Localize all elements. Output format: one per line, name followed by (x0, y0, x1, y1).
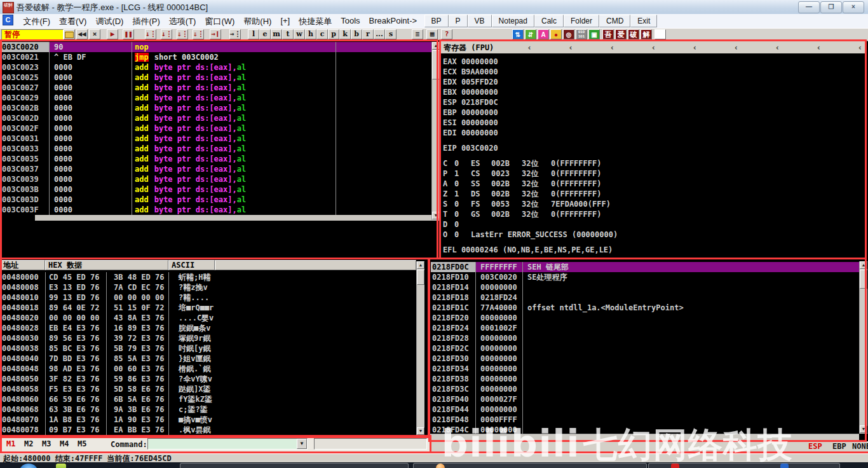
menu-item-breakpoint[interactable]: BreakPoint-> (365, 14, 422, 28)
memory-window-icon[interactable]: ▣ (588, 29, 600, 39)
disasm-row[interactable]: 003C002090nop (0, 42, 432, 52)
stack-row[interactable]: 0218FD1C77A40000offset ntdll_1a.<ModuleE… (431, 303, 859, 313)
animate-into-icon[interactable]: ⇓⋮ (177, 29, 188, 39)
dump-row[interactable]: 0048003885 BC E3 765B 79 E3 76吋鈱[y鈱 (0, 343, 416, 354)
stack-scrollbar[interactable]: ▲ ▼ (859, 261, 867, 434)
restore-button[interactable]: ❐ (820, 1, 842, 13)
menu-item-t[interactable]: 选项(T) (165, 14, 201, 28)
step-over-icon[interactable]: ↓⋮ (161, 29, 172, 39)
menu-item-w[interactable]: 窗口(W) (200, 14, 239, 28)
scroll-down-icon[interactable]: ▼ (860, 425, 867, 433)
stack-row[interactable]: 0218FD3800000000 (431, 374, 859, 384)
column-divider[interactable] (336, 42, 336, 215)
register-row[interactable]: ESP 0218FD0C (443, 97, 862, 107)
stack-row[interactable]: 0218FD4400000000 (431, 404, 859, 415)
disasm-row[interactable]: 003C003D0000addbyte ptr ds:[eax],al (0, 195, 432, 205)
menu-button-vb[interactable]: VB (468, 15, 492, 27)
dump-scrollbar[interactable]: ▲ ▼ (416, 261, 424, 436)
dump-row[interactable]: 00480000CD 45 ED 763B 48 ED 76蚚鞴;H鞴 (0, 272, 416, 282)
stack-row[interactable]: 0218FD3400000000 (431, 364, 859, 374)
animate-over-icon[interactable]: ⇓⋮ (193, 29, 204, 39)
scroll-up-icon[interactable]: ▲ (432, 42, 440, 50)
stack-row[interactable]: 0218FD3000000000 (431, 354, 859, 364)
pane-button-t[interactable]: t (282, 29, 294, 39)
menu-button-exit[interactable]: Exit (630, 15, 657, 27)
flag-row[interactable]: D0 (443, 219, 862, 230)
none-mode-button[interactable]: NONE (852, 442, 868, 451)
ebp-mode-button[interactable]: EBP (832, 442, 846, 451)
help-icon[interactable]: ? (441, 29, 452, 39)
menu-button-p[interactable]: P (449, 15, 468, 27)
pane-button-k[interactable]: k (339, 29, 351, 39)
menu-item-tools[interactable]: Tools (336, 14, 364, 28)
disasm-row[interactable]: 003C00330000addbyte ptr ds:[eax],al (0, 144, 432, 154)
esp-mode-button[interactable]: ESP (808, 442, 822, 451)
stack-pane[interactable]: 0218FD0CFFFFFFFFSEH 链尾部0218FD10003C0020S… (430, 260, 867, 441)
register-row[interactable]: EBX 00000000 (443, 87, 862, 97)
cn-button-3[interactable]: 破 (628, 29, 639, 39)
column-divider[interactable] (49, 42, 50, 215)
registers-pane[interactable]: 寄存器 (FPU) ‹ ‹ ‹ ‹ ‹ ‹ ‹ ‹ ‹ EAX 00000000… (440, 40, 867, 259)
cn-button-2[interactable]: 爱 (615, 29, 627, 39)
scroll-thumb[interactable] (432, 50, 440, 79)
scroll-down-icon[interactable]: ▼ (432, 212, 440, 219)
dump-row[interactable]: 004800701A B8 E3 761A 90 E3 76■搞v■愤v (0, 415, 416, 425)
stack-row[interactable]: 0218FD3C00000000 (431, 384, 859, 394)
stack-row[interactable]: 0218FD10003C0020SE处理程序 (431, 272, 859, 282)
flag-row[interactable]: C0ES002B32位0(FFFFFFFF) (443, 158, 862, 169)
open-folder-icon[interactable] (64, 29, 75, 39)
pane-button-s[interactable]: s (385, 29, 397, 39)
pause-icon[interactable]: ❚❚ (123, 29, 134, 39)
windows-taskbar[interactable] (0, 462, 868, 468)
cn-button-4[interactable]: 解 (641, 29, 652, 39)
target-icon[interactable]: ◎ (563, 29, 574, 39)
dump-row[interactable]: 0048007809 B7 E3 76EA BB E3 76.枫v昙鈱 (0, 425, 416, 435)
pane-button-w[interactable]: w (294, 29, 305, 39)
cn-button-1[interactable]: 吾 (602, 29, 614, 39)
pane-button-e[interactable]: e (259, 29, 271, 39)
dump-row[interactable]: 0048002000 00 00 0043 8A E3 76....C婴v (0, 313, 416, 323)
memory-tab-m3[interactable]: M3 (42, 439, 51, 448)
windows-icon[interactable]: ▦ (426, 29, 438, 39)
disasm-row[interactable]: 003C00310000addbyte ptr ds:[eax],al (0, 134, 432, 144)
flag-row[interactable]: Z1DS002B32位0(FFFFFFFF) (443, 189, 862, 199)
taskbar-app-icon[interactable] (436, 464, 445, 468)
dump-header-address[interactable]: 地址 (0, 260, 45, 270)
plugin-icon[interactable] (654, 29, 666, 39)
register-row[interactable]: ECX B9AA0000 (443, 67, 862, 77)
step-into-icon[interactable]: ↓⋮ (145, 29, 156, 39)
dump-row[interactable]: 0048001889 64 0E 7251 15 0F 72培■rQ■■r (0, 303, 416, 313)
disasm-row[interactable]: 003C003B0000addbyte ptr ds:[eax],al (0, 184, 432, 195)
disasm-row[interactable]: 003C003F0000addbyte ptr ds:[eax],al (0, 205, 432, 215)
efl-row[interactable]: EFL 00000246 (NO,NB,E,BE,NS,PE,GE,LE) (443, 245, 862, 255)
taskbar-app-icon[interactable] (56, 464, 66, 468)
taskbar-button[interactable] (180, 463, 409, 468)
disasm-row[interactable]: 003C002F0000addbyte ptr ds:[eax],al (0, 123, 432, 134)
register-row[interactable]: EBP 00000000 (443, 107, 862, 118)
pane-button-p[interactable]: p (328, 29, 339, 39)
pane-button-m[interactable]: m (271, 29, 282, 39)
register-row[interactable]: EDI 00000000 (443, 128, 862, 138)
command-input[interactable]: ▼ (147, 438, 308, 450)
ascii-icon[interactable]: A (538, 29, 549, 39)
scroll-thumb[interactable] (860, 270, 867, 289)
disasm-row[interactable]: 003C00370000addbyte ptr ds:[eax],al (0, 164, 432, 174)
info-pane-separator[interactable] (35, 215, 439, 221)
swap-icon[interactable]: ⇅ (512, 29, 524, 39)
stack-row[interactable]: 0218FD0CFFFFFFFFSEH 链尾部 (431, 262, 859, 272)
chevron-left-icons[interactable]: ‹ ‹ ‹ ‹ ‹ ‹ ‹ ‹ ‹ (527, 43, 862, 53)
log-icon[interactable]: ≡ (412, 29, 423, 39)
dump-row[interactable]: 00480058F5 E3 E3 765D 58 E6 76跶鈱]X鋈 (0, 384, 416, 394)
stack-row[interactable]: 0218FD240001002F (431, 323, 859, 333)
dump-row[interactable]: 0048001099 13 ED 7600 00 00 00?鞴.... (0, 292, 416, 303)
binary-icon[interactable]: 010101 (576, 29, 587, 39)
menu-item-d[interactable]: 调试(D) (91, 14, 128, 28)
dump-row[interactable]: 00480008E3 13 ED 767A CD EC 76?鞴z挽v (0, 282, 416, 292)
pane-button-b[interactable]: b (351, 29, 362, 39)
disasm-row[interactable]: 003C00350000addbyte ptr ds:[eax],al (0, 154, 432, 164)
pane-button-r[interactable]: r (362, 29, 374, 39)
menu-button-bp[interactable]: BP (424, 15, 449, 27)
menu-button-calc[interactable]: Calc (534, 15, 564, 27)
stack-hscrollbar[interactable] (430, 434, 859, 441)
memory-tab-m1[interactable]: M1 (6, 439, 15, 448)
